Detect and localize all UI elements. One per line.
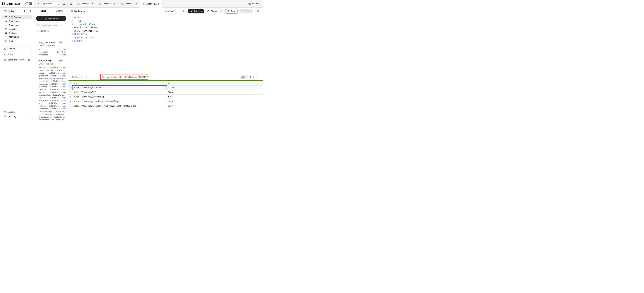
toggle-table[interactable]: Table (240, 75, 248, 79)
table-columns: watchidNullable(Int64)javaenableNullable… (38, 66, 66, 120)
sidebar-item-help[interactable]: Help (2, 39, 32, 43)
run-button[interactable]: Run (188, 9, 204, 14)
row-index: 2 (68, 90, 72, 94)
column-row: useridNullable(Int64) (38, 91, 66, 94)
query-title[interactable]: Untitled query (71, 10, 85, 13)
sidebar-item-settings[interactable]: Settings (2, 31, 32, 35)
query-tab-2[interactable]: Untitled q... (96, 0, 118, 8)
query-history-button[interactable] (255, 9, 260, 14)
cell-url[interactable]: https://produkty%2Fpulove.ru/album/login (72, 99, 167, 104)
editor-gutter: 12345678 (68, 16, 73, 43)
aws-logo-icon: aws (4, 10, 7, 12)
table-entry[interactable]: hits_clickhouse MT (38, 41, 66, 44)
sidebar-item-monitoring[interactable]: Monitoring (2, 35, 32, 39)
result-row-4[interactable]: 4https://produkty%2Fpulove.ru/album/logi… (68, 99, 263, 104)
workspace-selector[interactable]: aws Testing (2, 9, 27, 13)
cell-cnt[interactable]: 5764 (167, 95, 263, 99)
query-tab-3[interactable]: Untitled q... (118, 0, 140, 8)
result-row-3[interactable]: 3https://produkty/kurortmag5764 (68, 95, 263, 99)
code-line: SELECT (74, 16, 263, 20)
new-table-button[interactable]: New table (36, 16, 66, 21)
sidebar-item-label: Dashboards (9, 24, 20, 26)
avatar[interactable]: DT (29, 2, 32, 5)
new-tab-button[interactable] (164, 0, 167, 8)
clickhouse-console-app: ClickHouse DT default (0, 0, 263, 120)
cell-url[interactable]: https://produkty/kurortmag (72, 95, 167, 99)
table-grid-icon (45, 18, 47, 20)
sidebar-item-data-sources[interactable]: Data sources (2, 19, 32, 23)
clickhouse-logo-icon (2, 2, 5, 5)
sql-ai-button[interactable]: SQL AI (205, 9, 224, 14)
tab-tables[interactable]: Tables (34, 8, 51, 14)
sidebar-menu: SQL Console Data sources Dashboards Back… (0, 15, 34, 43)
refresh-icon[interactable] (63, 3, 65, 5)
table-entry[interactable]: hits_iceberg IS3 (38, 59, 66, 62)
query-tab-label: Untitled q... (147, 3, 157, 5)
query-tab-label: Untitled q... (125, 3, 135, 5)
column-row: urlregionidNullable(Int32) (38, 118, 66, 120)
sql-ai-chevron[interactable] (219, 9, 223, 13)
result-row-1[interactable]: 1https://produkty%2Fproduct11464 (68, 86, 263, 90)
terminal-icon (143, 3, 146, 5)
terminal-icon (248, 3, 251, 5)
organization-name: Test Org (8, 115, 28, 118)
queries-button[interactable]: Queries (248, 3, 260, 5)
table-name: hits_iceberg (38, 59, 52, 62)
tables-section-header[interactable]: Tables (5) (37, 30, 66, 32)
result-row-2[interactable]: 2https://produkty%2F6649 (68, 90, 263, 95)
ask-ai-button[interactable]: Ask AI (2, 52, 32, 56)
add-service-button[interactable] (30, 10, 32, 12)
sliders-icon (5, 32, 7, 34)
query-tab-1[interactable]: Untitled q... (74, 0, 96, 8)
column-row: eventdateNullable(Date) (38, 80, 66, 83)
search-resources-input[interactable] (36, 23, 66, 27)
row-index: 5 (68, 104, 72, 108)
more-options-icon[interactable] (258, 77, 260, 77)
search-results-input[interactable] (70, 75, 98, 79)
sidebar-item-sql-console[interactable]: SQL Console (2, 15, 32, 19)
notifications-bell-icon[interactable] (25, 2, 28, 5)
save-button[interactable]: Save (225, 9, 238, 14)
cell-url[interactable]: https://produkty%2Fpulove.ru/kiroverlane… (72, 104, 167, 108)
cell-url[interactable]: https://produkty%2Fproduct (72, 86, 167, 90)
query-tab-4[interactable]: Untitled q... (140, 0, 162, 8)
column-row: osNullable(Int32) (38, 96, 66, 99)
cell-cnt[interactable]: 5495 (167, 99, 263, 104)
column-row: watchidNullable(Int64) (38, 66, 66, 69)
editor-database-selector[interactable]: default (164, 9, 186, 14)
results-header-row: # url cnt (68, 81, 263, 86)
connect-icon (4, 48, 6, 50)
sidebar-item-backups[interactable]: Backups (2, 27, 32, 31)
tab-queries[interactable]: Queries (51, 8, 68, 14)
home-button[interactable] (68, 0, 74, 8)
share-label: Share (245, 10, 250, 13)
sidebar-item-dashboards[interactable]: Dashboards (2, 23, 32, 27)
ask-ai-label: Ask AI (8, 53, 14, 56)
code-line: GROUP BY url (74, 33, 263, 36)
run-options-chevron[interactable] (200, 9, 204, 14)
column-row: eventtimeNullable(DateTime6 (38, 77, 66, 80)
database-selector[interactable]: default (42, 2, 60, 6)
read-stat: Read: 524,288 rows (46.32 MB) (119, 76, 148, 78)
run-label: Run (194, 10, 198, 13)
column-header-url[interactable]: url (72, 81, 167, 85)
connect-button[interactable]: Connect (2, 47, 32, 51)
orbit-icon (5, 20, 7, 22)
column-header-cnt[interactable]: cnt (167, 81, 263, 85)
cell-cnt[interactable]: 6649 (167, 90, 263, 94)
organization-row[interactable]: Test Org (0, 115, 34, 118)
sql-editor[interactable]: 12345678 SELECT url, count() AS cntFROM … (68, 15, 263, 74)
engine-badge: MT (58, 41, 63, 44)
cell-cnt[interactable]: 11464 (167, 86, 263, 90)
column-row: urlNullable(String) (38, 102, 66, 105)
code-line: count() AS cnt (74, 23, 263, 26)
clickstack-button[interactable]: ClickStack Beta (2, 58, 32, 62)
result-row-5[interactable]: 5https://produkty%2Fpulove.ru/kiroverlan… (68, 104, 263, 108)
sparkles-icon (4, 53, 6, 56)
toggle-chart[interactable]: Chart (248, 75, 256, 79)
sidebar-item-label: Data sources (9, 20, 21, 22)
chevron-updown-icon (24, 10, 26, 12)
collapse-sidebar-icon[interactable] (37, 3, 40, 5)
cell-url[interactable]: https://produkty%2F (72, 90, 167, 94)
cell-cnt[interactable]: 5357 (167, 104, 263, 108)
